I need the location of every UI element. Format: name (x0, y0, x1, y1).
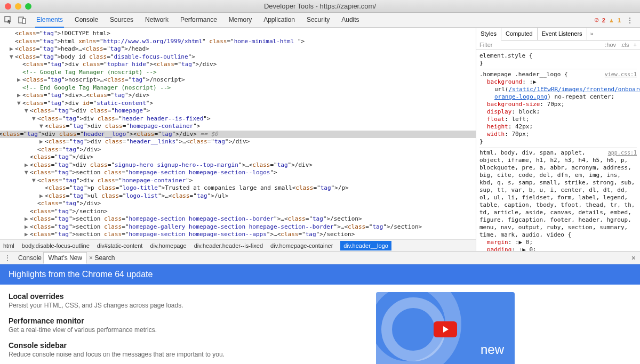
breadcrumb-item[interactable]: div.header__logo (340, 241, 391, 250)
play-icon[interactable] (434, 321, 457, 337)
error-count-icon[interactable]: ⊘ (594, 17, 599, 23)
tab-security[interactable]: Security (306, 13, 331, 28)
tab-network[interactable]: Network (144, 13, 170, 28)
warning-count-icon[interactable]: ▲ (609, 17, 614, 23)
feature-item[interactable]: Performance monitorGet a real-time view … (9, 317, 238, 334)
breadcrumb-bar: htmlbody.disable-focus-outlinediv#static… (0, 239, 476, 251)
drawer-tab-search[interactable]: Search (94, 254, 115, 262)
elements-panel: <class="tag">!DOCTYPE html><class="tag">… (0, 28, 476, 251)
dom-node[interactable]: <class="tag">!DOCTYPE html> (6, 30, 476, 38)
add-rule-icon[interactable]: + (634, 42, 637, 48)
dom-node[interactable]: <class="tag">/div> (6, 153, 476, 161)
drawer-tabs: ⋮ Console What's New× Search × (0, 252, 640, 264)
dom-node[interactable]: ▼<class="tag">div class="header header--… (6, 115, 476, 123)
styles-rules[interactable]: element.style {}view.css:1.homepage .hea… (476, 50, 640, 251)
device-toggle-icon[interactable] (18, 16, 27, 25)
drawer-tab-close-icon[interactable]: × (89, 254, 93, 262)
window-title: Developer Tools - https://zapier.com/ (0, 2, 640, 10)
dom-node[interactable]: ▼<class="tag">div class="homepage-contai… (6, 177, 476, 185)
tab-console[interactable]: Console (74, 13, 99, 28)
dom-node[interactable]: ▶<class="tag">section class="homepage-ga… (6, 223, 476, 231)
breadcrumb-item[interactable]: body.disable-focus-outline (22, 242, 90, 249)
feature-title: Console sidebar (9, 341, 238, 350)
dom-node[interactable]: ▶<class="tag">noscript>…<class="tag">/no… (6, 76, 476, 84)
hover-toggle[interactable]: :hov (605, 42, 616, 48)
css-rule[interactable]: app.css:1html, body, div, span, applet, … (479, 148, 637, 251)
styles-tabs: StylesComputedEvent Listeners» (476, 28, 640, 41)
drawer-close-icon[interactable]: × (631, 254, 636, 262)
dom-node[interactable]: ▶<class="tag">ul class="logo-list">…<cla… (6, 192, 476, 200)
more-menu-icon[interactable]: ⋮ (624, 16, 636, 25)
inspect-element-icon[interactable] (4, 16, 13, 25)
whats-new-banner: Highlights from the Chrome 64 update (0, 264, 640, 285)
styles-tab-styles[interactable]: Styles (476, 28, 501, 41)
dom-node[interactable]: ▶<class="tag">head>…<class="tag">/head> (6, 45, 476, 53)
panel-tabs: ElementsConsoleSourcesNetworkPerformance… (35, 13, 361, 28)
feature-item[interactable]: Local overridesPersist your HTML, CSS, a… (9, 292, 238, 309)
tab-memory[interactable]: Memory (228, 13, 253, 28)
breadcrumb-item[interactable]: div.homepage-container (270, 242, 333, 249)
dom-node[interactable]: <!-- Google Tag Manager (noscript) --> (6, 69, 476, 77)
dom-node[interactable]: <class="tag">div class="header__logo"><c… (0, 131, 476, 139)
drawer-tab-what-s-new[interactable]: What's New (43, 252, 87, 264)
dom-node[interactable]: ▶<class="tag">div>…<class="tag">/div> (6, 92, 476, 100)
dom-node[interactable]: <!-- End Google Tag Manager (noscript) -… (6, 84, 476, 92)
feature-desc: Reduce console noise and focus on the me… (9, 351, 238, 358)
dom-node[interactable]: ▶<class="tag">div class="signup-hero sig… (6, 161, 476, 169)
dom-node[interactable]: <class="tag">/div> (6, 146, 476, 154)
dom-node[interactable]: <class="tag">/div> (6, 200, 476, 208)
breadcrumb-item[interactable]: div.homepage (150, 242, 186, 249)
tab-performance[interactable]: Performance (179, 13, 218, 28)
drawer-panel: ⋮ Console What's New× Search × Highlight… (0, 252, 640, 364)
source-link[interactable]: app.css:1 (608, 149, 637, 157)
error-count[interactable]: 2 (602, 17, 605, 23)
feature-title: Local overrides (9, 292, 238, 301)
dom-node[interactable]: <class="tag">div class="topbar hide"><cl… (6, 61, 476, 69)
breadcrumb-item[interactable]: div#static-content (97, 242, 143, 249)
feature-desc: Persist your HTML, CSS, and JS changes a… (9, 302, 238, 309)
styles-tab-event-listeners[interactable]: Event Listeners (538, 28, 587, 40)
source-link[interactable]: view.css:1 (605, 71, 637, 78)
warning-count[interactable]: 1 (618, 17, 621, 23)
dom-node[interactable]: ▼<class="tag">body id class="disable-foc… (6, 53, 476, 61)
tab-elements[interactable]: Elements (35, 13, 64, 28)
dom-node[interactable]: ▼<class="tag">div class="homepage"> (6, 107, 476, 115)
feature-title: Performance monitor (9, 317, 238, 325)
css-rule[interactable]: element.style {} (479, 51, 637, 69)
tab-sources[interactable]: Sources (109, 13, 134, 28)
styles-tabs-overflow-icon[interactable]: » (587, 28, 597, 40)
dom-node[interactable]: <class="tag">p class="logo-title">Truste… (6, 184, 476, 192)
drawer-menu-icon[interactable]: ⋮ (4, 254, 11, 262)
window-titlebar: Developer Tools - https://zapier.com/ (0, 0, 640, 13)
dom-node[interactable]: ▶<class="tag">div class="header__links">… (6, 138, 476, 146)
styles-filter-input[interactable]: Filter (479, 42, 601, 48)
tab-audits[interactable]: Audits (340, 13, 360, 28)
tab-application[interactable]: Application (262, 13, 296, 28)
dom-node[interactable]: <class="tag">/section> (6, 208, 476, 216)
whats-new-features: Local overridesPersist your HTML, CSS, a… (9, 292, 238, 357)
feature-desc: Get a real-time view of various performa… (9, 326, 238, 334)
dom-node[interactable]: ▶<class="tag">section class="homepage-se… (6, 231, 476, 239)
cls-toggle[interactable]: .cls (620, 42, 629, 48)
svg-rect-2 (22, 19, 26, 23)
thumb-label: new (481, 342, 504, 357)
dom-node[interactable]: ▼<class="tag">section class="homepage-se… (6, 169, 476, 177)
whats-new-video-thumb[interactable]: new (376, 292, 515, 364)
css-rule[interactable]: view.css:1.homepage .header__logo {backg… (479, 69, 637, 148)
devtools-toolbar: ElementsConsoleSourcesNetworkPerformance… (0, 13, 640, 28)
breadcrumb-item[interactable]: div.header.header--is-fixed (194, 242, 263, 249)
drawer-tab-console[interactable]: Console (18, 254, 42, 262)
dom-tree[interactable]: <class="tag">!DOCTYPE html><class="tag">… (0, 28, 476, 239)
dom-node[interactable]: ▼<class="tag">div id="static-content"> (6, 100, 476, 108)
dom-node[interactable]: ▼<class="tag">div class="homepage-contai… (6, 123, 476, 131)
dom-node[interactable]: <class="tag">html xmlns="http://www.w3.o… (6, 38, 476, 46)
breadcrumb-item[interactable]: html (3, 242, 14, 249)
styles-panel: StylesComputedEvent Listeners» Filter :h… (476, 28, 640, 251)
feature-item[interactable]: Console sidebarReduce console noise and … (9, 341, 238, 358)
dom-node[interactable]: ▶<class="tag">section class="homepage-se… (6, 215, 476, 223)
styles-tab-computed[interactable]: Computed (501, 28, 538, 40)
